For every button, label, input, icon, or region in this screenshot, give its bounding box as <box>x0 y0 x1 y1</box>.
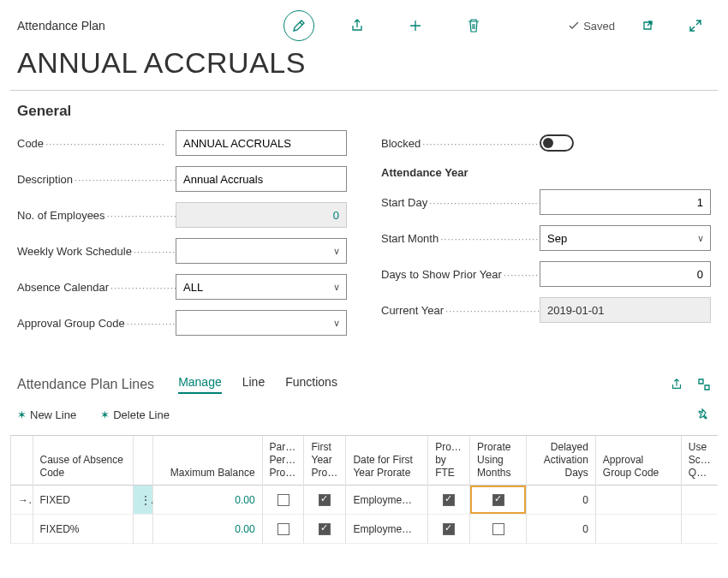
new-button[interactable] <box>400 10 431 41</box>
general-heading: General <box>0 91 728 130</box>
share-icon <box>349 18 365 33</box>
cell-approvalgc[interactable] <box>595 515 681 544</box>
blocked-toggle[interactable] <box>540 134 574 152</box>
row-menu-button[interactable] <box>133 515 152 544</box>
col-selector <box>11 436 33 486</box>
pin-icon <box>697 408 711 421</box>
col-cause[interactable]: Cause of Absence Code <box>33 436 133 486</box>
new-line-label: New Line <box>30 408 76 421</box>
cell-usemonths[interactable] <box>470 515 527 544</box>
col-maxbal[interactable]: Maximum Balance <box>152 436 262 486</box>
top-bar: Attendance Plan Saved <box>0 0 728 41</box>
expand-button[interactable] <box>680 10 711 41</box>
current-year-field <box>540 297 711 323</box>
top-actions <box>283 10 489 41</box>
col-partperi[interactable]: Part… Peri… Pror… <box>262 436 304 486</box>
page-title: ANNUAL ACCRUALS <box>0 41 728 90</box>
grid-header-row: Cause of Absence Code Maximum Balance Pa… <box>11 436 719 486</box>
delete-line-button[interactable]: ✶ Delete Line <box>100 408 170 421</box>
description-label: Description <box>17 173 176 186</box>
col-usemonths[interactable]: Prorate Using Months <box>470 436 527 486</box>
description-input[interactable] <box>176 166 347 192</box>
pencil-icon <box>292 19 306 33</box>
pin-button[interactable] <box>697 408 711 421</box>
cell-firstyear[interactable] <box>304 515 346 544</box>
general-left-col: Code Description No. of Employees Weekly… <box>17 130 347 346</box>
attendance-year-heading: Attendance Year <box>381 166 711 179</box>
cell-cause[interactable]: FIXED% <box>33 515 133 544</box>
tab-manage[interactable]: Manage <box>178 375 222 394</box>
cell-delayed[interactable]: 0 <box>527 515 596 544</box>
col-byfte[interactable]: Pror… by FTE <box>428 436 470 486</box>
prior-year-input[interactable] <box>540 261 711 287</box>
col-datefirst[interactable]: Date for First Year Prorate <box>346 436 428 486</box>
lines-tabs: Manage Line Functions <box>178 375 337 394</box>
row-menu-button[interactable]: ⋮ <box>133 486 152 515</box>
share-button[interactable] <box>342 10 373 41</box>
breadcrumb[interactable]: Attendance Plan <box>17 19 105 33</box>
cell-cause[interactable]: FIXED <box>33 486 133 515</box>
top-right: Saved <box>568 10 711 41</box>
start-day-input[interactable] <box>540 189 711 215</box>
blocked-label: Blocked <box>381 137 540 150</box>
cell-partperi[interactable] <box>262 515 304 544</box>
cell-maxbal[interactable]: 0.00 <box>152 486 262 515</box>
table-row[interactable]: →FIXED⋮0.00Employme…0 <box>11 486 719 515</box>
expand-icon <box>689 19 702 33</box>
cell-firstyear[interactable] <box>304 486 346 515</box>
row-indicator: → <box>11 486 33 515</box>
cell-maxbal[interactable]: 0.00 <box>152 515 262 544</box>
cell-datefirst[interactable]: Employme… <box>346 486 428 515</box>
col-approvalgc[interactable]: Approval Group Code <box>595 436 681 486</box>
tab-functions[interactable]: Functions <box>285 375 337 394</box>
popout-button[interactable] <box>632 10 663 41</box>
code-input[interactable] <box>176 130 347 156</box>
start-month-label: Start Month <box>381 232 540 245</box>
cell-usesch[interactable] <box>681 486 718 515</box>
start-month-select[interactable] <box>540 225 711 251</box>
col-usesch[interactable]: Use Sch… Qu… <box>681 436 718 486</box>
cell-byfte[interactable] <box>428 515 470 544</box>
approval-label: Approval Group Code <box>17 317 176 330</box>
cell-usemonths[interactable] <box>470 486 527 515</box>
new-line-button[interactable]: ✶ New Line <box>17 408 76 421</box>
edit-button[interactable] <box>283 10 314 41</box>
check-icon <box>568 20 580 32</box>
col-firstyear[interactable]: First Year Pror… <box>304 436 346 486</box>
general-form: Code Description No. of Employees Weekly… <box>0 130 728 346</box>
employees-field[interactable] <box>176 202 347 228</box>
cell-usesch[interactable] <box>681 515 718 544</box>
lines-expand-button[interactable] <box>697 378 711 391</box>
lines-icons <box>670 378 711 391</box>
lines-header: Attendance Plan Lines Manage Line Functi… <box>0 346 728 399</box>
employees-label: No. of Employees <box>17 209 176 222</box>
popout-icon <box>641 19 654 33</box>
cell-datefirst[interactable]: Employme… <box>346 515 428 544</box>
delete-button[interactable] <box>458 10 489 41</box>
calendar-label: Absence Calendar <box>17 281 176 294</box>
calendar-select[interactable] <box>176 274 347 300</box>
start-day-label: Start Day <box>381 196 540 209</box>
table-row[interactable]: FIXED%0.00Employme…0 <box>11 515 719 544</box>
cell-approvalgc[interactable] <box>595 486 681 515</box>
cell-partperi[interactable] <box>262 486 304 515</box>
lines-title: Attendance Plan Lines <box>17 377 154 392</box>
approval-select[interactable] <box>176 310 347 336</box>
col-delayed[interactable]: Delayed Activation Days <box>527 436 596 486</box>
schedule-select[interactable] <box>176 238 347 264</box>
col-menu <box>133 436 152 486</box>
delete-line-icon: ✶ <box>100 408 110 421</box>
code-label: Code <box>17 137 176 150</box>
new-line-icon: ✶ <box>17 408 27 421</box>
lines-share-button[interactable] <box>670 378 683 391</box>
tab-line[interactable]: Line <box>242 375 265 394</box>
cell-delayed[interactable]: 0 <box>527 486 596 515</box>
saved-indicator: Saved <box>568 20 615 33</box>
schedule-label: Weekly Work Schedule <box>17 245 176 258</box>
row-indicator <box>11 515 33 544</box>
current-year-label: Current Year <box>381 304 540 317</box>
share-icon <box>670 378 683 391</box>
saved-label: Saved <box>583 20 615 33</box>
maximize-icon <box>697 378 711 391</box>
cell-byfte[interactable] <box>428 486 470 515</box>
